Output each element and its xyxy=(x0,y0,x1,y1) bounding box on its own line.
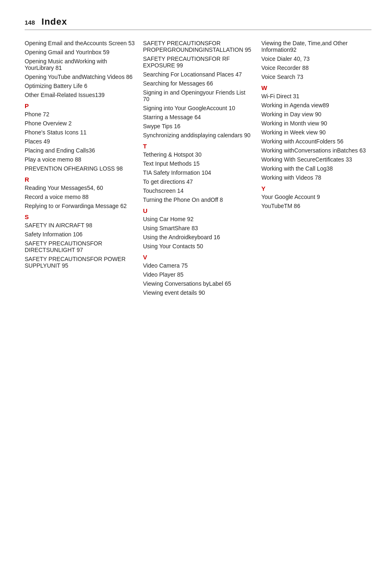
entry-line: Batches 63 xyxy=(337,147,366,154)
index-entry: Play a voice memo 88 xyxy=(25,156,135,163)
entry-line: Optimizing Battery Life 6 xyxy=(25,83,88,89)
index-entry: Using SmartShare 83 xyxy=(143,225,253,231)
entry-line: SAFETY PRECAUTIONS xyxy=(25,256,90,262)
entry-line: Working in Day view 90 xyxy=(261,111,321,118)
index-entry: Safety Information 106 xyxy=(25,231,135,238)
entry-line: Accounts Screen 53 xyxy=(83,40,134,46)
index-entry: Synchronizing anddisplaying calendars 90 xyxy=(143,132,253,139)
index-entry: Signing in and Openingyour Friends List … xyxy=(143,89,253,102)
index-entry: Viewing Conversations byLabel 65 xyxy=(143,280,253,287)
entry-line: Working with the Call Log xyxy=(261,165,326,172)
entry-line: Other Email-Related Issues xyxy=(25,92,95,98)
entry-line: SAFETY PRECAUTIONS xyxy=(143,40,208,46)
entry-line: SAFETY PRECAUTIONS xyxy=(143,55,208,62)
index-entry: Phone 72 xyxy=(25,111,135,118)
section-letter-u: U xyxy=(143,207,253,214)
index-entry: Text Input Methods 15 xyxy=(143,160,253,167)
entry-line: Working in Agenda view xyxy=(261,102,323,109)
index-entry: Working in Month view 90 xyxy=(261,120,371,127)
section-letter-t: T xyxy=(143,143,253,150)
section-letter-v: V xyxy=(143,254,253,261)
index-entry: Opening Email and theAccounts Screen 53 xyxy=(25,40,135,46)
entry-line: Opening Gmail and Your xyxy=(25,49,88,55)
entry-line: Voice Search 73 xyxy=(261,74,303,80)
entry-line: Your Google Account 9 xyxy=(261,194,320,200)
page-number: 148 xyxy=(25,19,35,26)
entry-line: 36 xyxy=(89,147,95,154)
entry-line: Wi-Fi Direct 31 xyxy=(261,93,300,99)
entry-line: INSTALLATION 95 xyxy=(203,46,251,53)
index-entry: Opening Gmail and YourInbox 59 xyxy=(25,49,135,55)
index-entry: Searching for Messages 66 xyxy=(143,80,253,87)
entry-line: TIA Safety Information 104 xyxy=(143,169,211,176)
index-entry: Voice Dialer 40, 73 xyxy=(261,55,371,62)
entry-line: Voice Dialer 40, 73 xyxy=(261,55,310,62)
index-entry: Working in Agenda view89 xyxy=(261,102,371,109)
index-entry: SAFETY PRECAUTIONSFOR RF EXPOSURE 99 xyxy=(143,55,253,69)
index-entry: Your Google Account 9 xyxy=(261,194,371,200)
entry-line: Using SmartShare 83 xyxy=(143,225,198,231)
entry-line: Searching For Locations xyxy=(143,71,205,78)
entry-line: Opening YouTube and xyxy=(25,74,82,80)
page-header: 148 Index xyxy=(25,16,371,30)
index-entry: Swype Tips 16 xyxy=(143,123,253,129)
index-entry: Placing and Ending Calls36 xyxy=(25,147,135,154)
entry-line: Inbox 59 xyxy=(88,49,110,55)
entry-line: Synchronizing and xyxy=(143,132,190,139)
entry-line: Video Player 85 xyxy=(143,271,184,278)
entry-line: Working with Videos 78 xyxy=(261,174,321,181)
page-title: Index xyxy=(42,16,67,27)
index-entry: Working with the Call Log38 xyxy=(261,165,371,172)
entry-line: Viewing event details 90 xyxy=(143,289,205,296)
entry-line: Searching for Messages 66 xyxy=(143,80,213,87)
entry-line: Using the Android xyxy=(143,234,189,240)
index-entry: Starring a Message 64 xyxy=(143,114,253,120)
entry-line: Watching Videos 86 xyxy=(82,74,133,80)
entry-line: Using Car Home 92 xyxy=(143,216,194,222)
entry-line: Working With Secure xyxy=(261,156,315,163)
index-entry: Voice Recorder 88 xyxy=(261,65,371,71)
entry-line: SAFETY IN AIRCRAFT 98 xyxy=(25,222,92,229)
entry-line: HEARING LOSS 98 xyxy=(71,165,123,172)
index-entry: Turning the Phone On andOff 8 xyxy=(143,196,253,203)
entry-line: Safety Information 106 xyxy=(25,231,83,238)
index-entry: Searching For Locationsand Places 47 xyxy=(143,71,253,78)
section-letter-s: S xyxy=(25,213,135,220)
entry-line: Signing into Your Google xyxy=(143,105,206,111)
entry-line: Working with Account xyxy=(261,138,316,145)
index-entry: Phone Overview 2 xyxy=(25,120,135,127)
entry-line: 139 xyxy=(95,92,104,98)
entry-line: Reading Your Messages xyxy=(25,185,87,191)
entry-line: Record a voice memo 88 xyxy=(25,194,89,200)
index-entry: Optimizing Battery Life 6 xyxy=(25,83,135,89)
index-entry: To get directions 47 xyxy=(143,178,253,185)
entry-line: Folders 56 xyxy=(316,138,344,145)
entry-line: Working in Month view 90 xyxy=(261,120,327,127)
index-entry: Using Car Home 92 xyxy=(143,216,253,222)
entry-line: a Message 62 xyxy=(90,203,127,209)
entry-line: Viewing Conversations by xyxy=(143,280,209,287)
entry-line: Play a voice memo 88 xyxy=(25,156,81,163)
entry-line: PREVENTION OF xyxy=(25,165,71,172)
index-entry: Opening YouTube andWatching Videos 86 xyxy=(25,74,135,80)
entry-line: Library 81 xyxy=(36,65,62,71)
entry-line: Phone's Status Icons 11 xyxy=(25,129,87,136)
entry-line: SUNLIGHT 97 xyxy=(46,247,83,253)
entry-line: Text Input Methods 15 xyxy=(143,160,200,167)
entry-line: keyboard 16 xyxy=(189,234,220,240)
entry-line: Conversations in xyxy=(294,147,337,154)
entry-line: Voice Recorder 88 xyxy=(261,65,309,71)
entry-line: Opening Email and the xyxy=(25,40,83,46)
entry-line: 54, 60 xyxy=(87,185,103,191)
index-entry: Record a voice memo 88 xyxy=(25,194,135,200)
entry-line: Account 10 xyxy=(206,105,235,111)
index-entry: Signing into Your GoogleAccount 10 xyxy=(143,105,253,111)
index-entry: SAFETY PRECAUTIONSFOR POWER SUPPLYUNIT 9… xyxy=(25,256,135,269)
entry-line: Viewing the Date, Time, xyxy=(261,40,322,46)
index-entry: Voice Search 73 xyxy=(261,74,371,80)
entry-line: displaying calendars 90 xyxy=(190,132,250,139)
entry-line: Video Camera 75 xyxy=(143,262,188,269)
entry-line: Using Your Contacts 50 xyxy=(143,243,203,250)
index-entry: Places 49 xyxy=(25,138,135,145)
entry-line: 92 xyxy=(290,46,297,53)
